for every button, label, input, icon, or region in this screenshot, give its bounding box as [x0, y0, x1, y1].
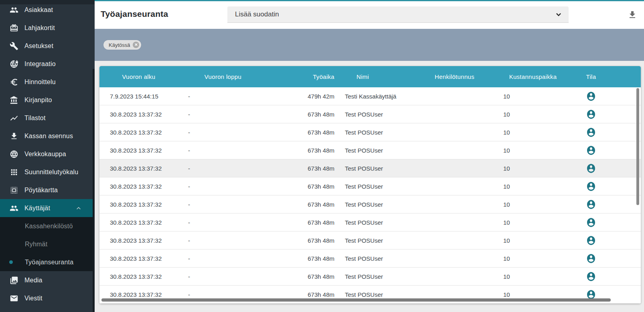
person-status-icon[interactable] — [586, 163, 596, 174]
sidebar-subitem-label: Työajanseuranta — [25, 259, 73, 266]
euro-icon — [10, 78, 18, 87]
cell-tyoaika: 673h 48m — [268, 129, 334, 136]
table-row[interactable]: 30.8.2023 13:37:32 - 673h 48m Test POSUs… — [99, 159, 641, 177]
sidebar-item-kassan-asennus[interactable]: Kassan asennus — [0, 127, 95, 145]
table-row[interactable]: 30.8.2023 13:37:32 - 673h 48m Test POSUs… — [99, 213, 641, 231]
cell-nimi: Test POSUser — [334, 111, 435, 118]
table-row[interactable]: 30.8.2023 13:37:32 - 673h 48m Test POSUs… — [99, 250, 641, 268]
cell-vuoron-loppu: - — [178, 219, 268, 226]
topbar: Työajanseuranta Lisää suodatin — [95, 1, 644, 29]
sidebar-item-suunnittelutyokalu[interactable]: Suunnittelutyökalu — [0, 163, 95, 181]
sidebar-item-lahjakortit[interactable]: Lahjakortit — [0, 19, 95, 37]
cell-tila — [565, 253, 617, 264]
sidebar-item-label: Pöytäkartta — [24, 187, 58, 194]
sidebar-item-media[interactable]: Media — [0, 271, 95, 289]
export-download-button[interactable] — [628, 10, 638, 20]
sidebar-item-verkkokauppa[interactable]: Verkkokauppa — [0, 145, 95, 163]
sidebar-item-label: Viestit — [24, 295, 43, 302]
filter-chip-kaytossa[interactable]: Käytössä ✕ — [103, 40, 141, 50]
sidebar-subitem-tyoajanseuranta[interactable]: Työajanseuranta — [0, 253, 95, 271]
person-status-icon[interactable] — [586, 217, 596, 228]
sidebar-subitem-kassahenkilosto[interactable]: Kassahenkilöstö — [0, 217, 95, 235]
cell-nimi: Test POSUser — [334, 255, 435, 262]
table-horizontal-scrollbar[interactable] — [101, 298, 611, 302]
cell-vuoron-loppu: - — [178, 111, 268, 118]
media-icon — [10, 276, 18, 285]
cell-nimi: Test POSUser — [334, 291, 435, 298]
person-status-icon[interactable] — [586, 109, 596, 120]
table-header-row: Vuoron alku Vuoron loppu Työaika Nimi He… — [99, 66, 641, 87]
sidebar-item-asiakkaat[interactable]: Asiakkaat — [0, 1, 95, 19]
download-icon — [628, 10, 637, 20]
table-row[interactable]: 30.8.2023 13:37:32 - 673h 48m Test POSUs… — [99, 268, 641, 286]
person-status-icon[interactable] — [586, 145, 596, 156]
cell-kustannuspaikka: 10 — [501, 291, 565, 298]
cell-tyoaika: 673h 48m — [268, 273, 334, 280]
page-title: Työajanseuranta — [101, 9, 168, 19]
cell-kustannuspaikka: 10 — [501, 93, 565, 100]
table-row[interactable]: 7.9.2023 15:44:15 - 479h 42m Testi Kassa… — [99, 87, 641, 105]
cell-vuoron-loppu: - — [178, 129, 268, 136]
cell-vuoron-alku: 30.8.2023 13:37:32 — [99, 129, 178, 136]
cell-tyoaika: 673h 48m — [268, 111, 334, 118]
cell-tila — [565, 109, 617, 120]
sidebar-item-poytakartta[interactable]: Pöytäkartta — [0, 181, 95, 199]
sidebar-item-kayttajat[interactable]: Käyttäjät — [0, 199, 95, 217]
cell-vuoron-loppu: - — [178, 93, 268, 100]
col-header-nimi: Nimi — [334, 73, 435, 80]
person-status-icon[interactable] — [586, 91, 596, 102]
sidebar-subitem-ryhmat[interactable]: Ryhmät — [0, 235, 95, 253]
cell-vuoron-alku: 30.8.2023 13:37:32 — [99, 147, 178, 154]
cell-tila — [565, 199, 617, 210]
cell-kustannuspaikka: 10 — [501, 111, 565, 118]
sidebar-item-label: Media — [24, 277, 43, 284]
cell-tila — [565, 127, 617, 138]
sidebar-subitem-label: Ryhmät — [25, 241, 47, 248]
table-row[interactable]: 30.8.2023 13:37:32 - 673h 48m Test POSUs… — [99, 231, 641, 250]
table-row[interactable]: 30.8.2023 13:37:32 - 673h 48m Test POSUs… — [99, 177, 641, 195]
person-status-icon[interactable] — [586, 127, 596, 138]
table-row[interactable]: 30.8.2023 13:37:32 - 673h 48m Test POSUs… — [99, 141, 641, 159]
person-status-icon[interactable] — [586, 253, 596, 264]
table-row[interactable]: 30.8.2023 13:37:32 - 673h 48m Test POSUs… — [99, 105, 641, 123]
app-window: Asiakkaat Lahjakortit Asetukset Integraa… — [0, 0, 644, 312]
sidebar-scrollbar[interactable] — [93, 69, 95, 312]
cell-vuoron-loppu: - — [178, 255, 268, 262]
cell-nimi: Test POSUser — [334, 237, 435, 244]
cell-tila — [565, 91, 617, 102]
sidebar-item-tilastot[interactable]: Tilastot — [0, 109, 95, 127]
sidebar-submenu-kayttajat: Kassahenkilöstö Ryhmät Työajanseuranta — [0, 217, 95, 271]
chip-remove-icon[interactable]: ✕ — [133, 42, 139, 48]
col-header-henkilotunnus: Henkilötunnus — [435, 73, 501, 80]
people-icon — [10, 204, 18, 213]
sidebar-item-hinnoittelu[interactable]: Hinnoittelu — [0, 73, 95, 91]
table-row[interactable]: 30.8.2023 13:37:32 - 673h 48m Test POSUs… — [99, 123, 641, 141]
cell-kustannuspaikka: 10 — [501, 165, 565, 172]
col-header-tila: Tila — [565, 73, 617, 80]
sidebar-item-label: Verkkokauppa — [24, 151, 66, 158]
sidebar-item-asetukset[interactable]: Asetukset — [0, 37, 95, 55]
cell-nimi: Test POSUser — [334, 165, 435, 172]
person-status-icon[interactable] — [586, 199, 596, 210]
cell-tyoaika: 673h 48m — [268, 219, 334, 226]
sidebar: Asiakkaat Lahjakortit Asetukset Integraa… — [0, 0, 95, 312]
cell-vuoron-loppu: - — [178, 237, 268, 244]
chevron-down-icon — [554, 10, 563, 19]
sidebar-item-integraatio[interactable]: Integraatio — [0, 55, 95, 73]
table-row[interactable]: 30.8.2023 13:37:32 - 673h 48m Test POSUs… — [99, 195, 641, 213]
cell-vuoron-alku: 30.8.2023 13:37:32 — [99, 291, 178, 298]
worktime-table-card: Vuoron alku Vuoron loppu Työaika Nimi He… — [99, 66, 641, 304]
wrench-icon — [10, 42, 18, 50]
col-header-kustannuspaikka: Kustannuspaikka — [501, 73, 565, 80]
sidebar-item-kirjanpito[interactable]: Kirjanpito — [0, 91, 95, 109]
cell-kustannuspaikka: 10 — [501, 183, 565, 190]
person-status-icon[interactable] — [586, 271, 596, 282]
cell-tila — [565, 235, 617, 246]
table-vertical-scrollbar[interactable] — [636, 88, 639, 205]
sidebar-item-viestit[interactable]: Viestit — [0, 289, 95, 307]
grid-icon — [10, 168, 18, 177]
person-status-icon[interactable] — [586, 235, 596, 246]
person-status-icon[interactable] — [586, 181, 596, 192]
cell-tyoaika: 673h 48m — [268, 183, 334, 190]
add-filter-select[interactable]: Lisää suodatin — [227, 6, 569, 23]
